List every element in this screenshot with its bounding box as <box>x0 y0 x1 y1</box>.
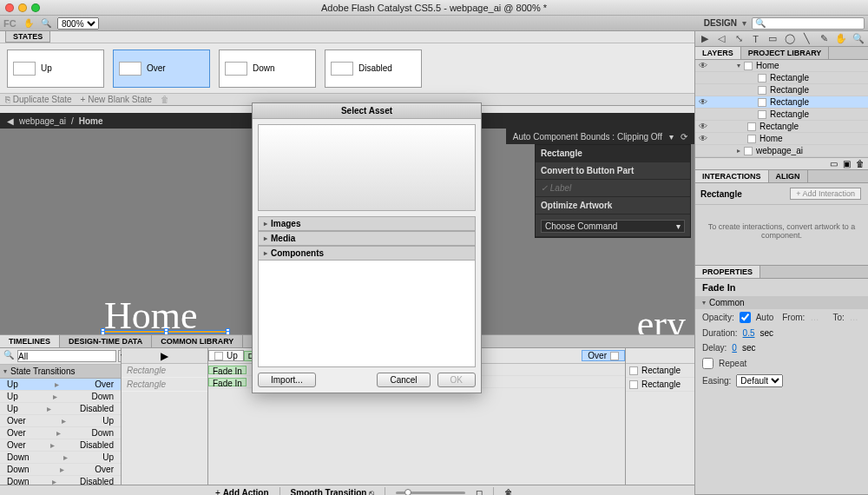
chevron-down-icon: ▾ <box>676 221 681 231</box>
transition-row[interactable]: Up▸Over <box>0 379 121 391</box>
zoom-tool-icon[interactable]: 🔍 <box>852 33 865 45</box>
accordion-media[interactable]: ▸Media <box>258 231 476 246</box>
back-icon[interactable]: ◀ <box>7 116 14 126</box>
timeline-object[interactable]: Rectangle <box>122 364 207 378</box>
effect-bar[interactable]: Fade In <box>208 378 247 386</box>
asset-list[interactable] <box>258 261 476 367</box>
layer-row[interactable]: Rectangle <box>695 84 868 96</box>
tab-interactions[interactable]: INTERACTIONS <box>695 170 769 182</box>
new-blank-state-button[interactable]: + New Blank State <box>81 95 153 104</box>
filter-search-icon[interactable]: 🔍 <box>2 350 16 362</box>
state-card[interactable]: Down <box>219 50 316 88</box>
opacity-auto-checkbox[interactable] <box>740 312 751 323</box>
layer-row[interactable]: 👁Rectangle <box>695 96 868 109</box>
duration-value[interactable]: 0.5 <box>743 328 755 338</box>
tab-align[interactable]: ALIGN <box>769 170 808 182</box>
add-interaction-button[interactable]: + Add Interaction <box>790 188 861 200</box>
delay-value[interactable]: 0 <box>732 343 737 353</box>
line-tool-icon[interactable]: ╲ <box>801 33 813 45</box>
duplicate-state-button[interactable]: ⎘ Duplicate State <box>5 95 72 104</box>
play-icon[interactable]: ▶ <box>161 350 168 362</box>
effect-bar[interactable]: Fade In <box>208 366 247 374</box>
layer-row[interactable]: 👁Home <box>695 133 868 145</box>
tab-layers[interactable]: LAYERS <box>695 47 741 59</box>
tab-timelines[interactable]: TIMELINES <box>0 335 60 347</box>
tab-project-library[interactable]: PROJECT LIBRARY <box>741 47 830 59</box>
state-card[interactable]: Up <box>7 50 104 88</box>
ok-button[interactable]: OK <box>437 373 476 387</box>
transition-row[interactable]: Down▸Up <box>0 452 121 464</box>
state-card[interactable]: Over <box>113 50 210 88</box>
layer-row[interactable]: Rectangle <box>695 72 868 84</box>
chevron-right-icon: ▸ <box>264 220 267 228</box>
easing-select[interactable]: Default <box>736 374 783 387</box>
accordion-images[interactable]: ▸Images <box>258 216 476 231</box>
selection-rectangle[interactable] <box>102 330 228 333</box>
hud-panel: Rectangle Convert to Button Part ✓ Label… <box>535 144 691 238</box>
section-common[interactable]: ▾Common <box>695 296 868 309</box>
states-tab[interactable]: STATES <box>5 31 50 43</box>
workspace-menu-chevron-icon[interactable]: ▾ <box>742 18 746 28</box>
tab-properties[interactable]: PROPERTIES <box>695 266 760 278</box>
canvas-text-home[interactable]: Home <box>104 294 198 334</box>
direct-select-tool-icon[interactable]: ◁ <box>716 33 728 45</box>
rectangle-tool-icon[interactable]: ▭ <box>767 33 779 45</box>
search-input[interactable]: 🔍 <box>752 17 865 30</box>
ellipse-tool-icon[interactable]: ◯ <box>784 33 796 45</box>
text-tool-icon[interactable]: T <box>750 33 762 45</box>
list-item[interactable]: Rectangle <box>626 378 694 392</box>
new-layer-icon[interactable]: ▭ <box>830 159 838 168</box>
hand-tool-icon[interactable]: ✋ <box>23 17 35 30</box>
delete-effect-icon[interactable]: 🗑 <box>504 488 513 495</box>
workspace-design[interactable]: DESIGN <box>704 18 737 28</box>
list-item[interactable]: Rectangle <box>626 364 694 378</box>
zoom-select[interactable]: 800% <box>57 17 99 30</box>
cancel-button[interactable]: Cancel <box>377 373 430 387</box>
hud-label-option[interactable]: ✓ Label <box>536 180 690 197</box>
delete-state-icon[interactable]: 🗑 <box>161 95 169 104</box>
import-button[interactable]: Import... <box>258 373 316 387</box>
selection-tool-icon[interactable]: ▶ <box>699 33 711 45</box>
hand-tool-icon[interactable]: ✋ <box>835 33 847 45</box>
breadcrumb-doc[interactable]: webpage_ai <box>19 116 66 126</box>
search-icon[interactable]: 🔍 <box>40 17 52 30</box>
chevron-down-icon[interactable]: ▾ <box>669 132 674 142</box>
zoom-slider[interactable] <box>396 492 465 494</box>
accordion-components[interactable]: ▸Components <box>258 246 476 261</box>
refresh-icon[interactable]: ⟳ <box>681 132 687 142</box>
layer-row[interactable]: 👁Rectangle <box>695 121 868 133</box>
transition-row[interactable]: Up▸Disabled <box>0 403 121 415</box>
pen-tool-icon[interactable]: ✎ <box>818 33 830 45</box>
tab-common-library[interactable]: COMMON LIBRARY <box>152 335 243 347</box>
transition-row[interactable]: Down▸Over <box>0 464 121 476</box>
transition-row[interactable]: Over▸Down <box>0 427 121 439</box>
hud-convert-heading: Convert to Button Part <box>536 162 690 180</box>
transition-row[interactable]: Up▸Down <box>0 391 121 403</box>
asset-preview <box>258 124 476 211</box>
easing-label: Easing: <box>702 376 731 386</box>
layer-row[interactable]: Rectangle <box>695 109 868 121</box>
delete-layer-icon[interactable]: 🗑 <box>856 159 865 168</box>
transition-row[interactable]: Down▸Disabled <box>0 476 121 485</box>
add-action-button[interactable]: + Add Action <box>215 488 269 495</box>
transition-row[interactable]: Over▸Up <box>0 415 121 427</box>
state-transitions-header[interactable]: ▾State Transitions <box>0 365 121 379</box>
smooth-transition-button[interactable]: Smooth Transition ⎋ <box>291 488 375 495</box>
fit-icon[interactable]: ◻ <box>476 488 483 495</box>
transition-row[interactable]: Over▸Disabled <box>0 439 121 452</box>
tab-design-time-data[interactable]: DESIGN-TIME DATA <box>60 335 152 347</box>
timeline-object[interactable]: Rectangle <box>122 378 207 392</box>
timeline-footer: + Add Action Smooth Transition ⎋ ◻ 🗑 <box>0 485 694 495</box>
transform-tool-icon[interactable]: ⤡ <box>733 33 745 45</box>
window-title: Adobe Flash Catalyst CS5.5 - webpage_ai … <box>0 3 868 13</box>
tools-strip: ▶ ◁ ⤡ T ▭ ◯ ╲ ✎ ✋ 🔍 <box>695 31 868 47</box>
new-sublayer-icon[interactable]: ▣ <box>843 159 851 168</box>
state-card[interactable]: Disabled <box>325 50 422 88</box>
breadcrumb-page[interactable]: Home <box>79 116 103 126</box>
repeat-checkbox[interactable] <box>702 358 713 369</box>
chevron-down-icon: ▾ <box>702 299 706 307</box>
layer-row[interactable]: ▸webpage_ai <box>695 145 868 157</box>
layer-row[interactable]: 👁▾Home <box>695 60 868 72</box>
hud-command-dropdown[interactable]: Choose Command▾ <box>541 220 685 233</box>
filter-input[interactable] <box>17 350 116 362</box>
